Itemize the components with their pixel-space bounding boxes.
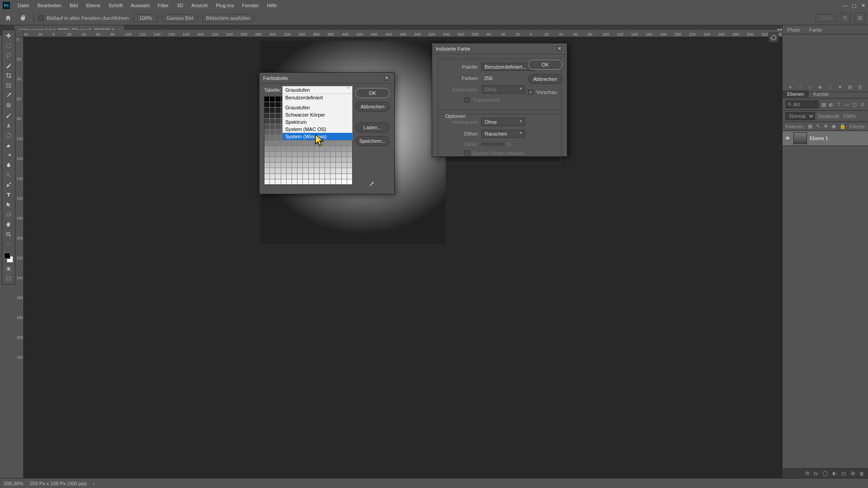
opacity-value[interactable]: 100% (843, 113, 856, 119)
color-swatch[interactable] (281, 179, 286, 184)
indexed-cancel-button[interactable]: Abbrechen (528, 74, 562, 84)
color-swatch[interactable] (309, 163, 314, 168)
color-swatch[interactable] (303, 179, 308, 184)
menu-auswahl[interactable]: Auswahl (127, 3, 154, 8)
tab-channels[interactable]: Kanäle (809, 90, 833, 98)
path-selection-tool-icon[interactable] (3, 200, 14, 209)
color-swatch[interactable] (270, 141, 275, 146)
history-panel-icon[interactable] (769, 33, 778, 42)
color-swatch[interactable] (264, 152, 269, 157)
menu-ansicht[interactable]: Ansicht (187, 3, 212, 8)
color-swatch[interactable] (275, 119, 280, 124)
color-swatch[interactable] (270, 179, 275, 184)
color-swatch[interactable] (314, 174, 319, 179)
color-swatch[interactable] (292, 179, 297, 184)
color-swatch[interactable] (303, 141, 308, 146)
color-swatch[interactable] (336, 157, 341, 162)
color-swatch[interactable] (297, 152, 302, 157)
menu-ebene[interactable]: Ebene (82, 3, 104, 8)
history-brush-tool-icon[interactable] (3, 131, 14, 140)
blend-mode-select[interactable]: Normal (785, 112, 815, 120)
color-swatch[interactable] (336, 174, 341, 179)
color-swatch[interactable] (270, 146, 275, 151)
crop-tool-icon[interactable] (3, 71, 14, 80)
color-swatch[interactable] (270, 119, 275, 124)
color-swatch[interactable] (297, 163, 302, 168)
brush-tool-icon[interactable] (3, 111, 14, 120)
dither-select[interactable]: Rauschen (481, 130, 525, 138)
statusbar-zoom[interactable]: 208,36% (4, 481, 23, 486)
filter-smart-icon[interactable]: ◫ (851, 101, 858, 108)
clone-stamp-tool-icon[interactable] (3, 121, 14, 130)
hand-tool-icon[interactable] (18, 13, 29, 23)
hand-tool-toolbox-icon[interactable] (3, 220, 14, 229)
menu-filter[interactable]: Filter (154, 3, 173, 8)
color-swatch[interactable] (320, 168, 325, 173)
color-swatch[interactable] (281, 152, 286, 157)
move-tool-icon[interactable] (3, 31, 14, 40)
marquee-tool-icon[interactable] (3, 41, 14, 50)
eyedropper-icon[interactable] (368, 181, 374, 188)
color-swatch[interactable] (303, 174, 308, 179)
color-swatch[interactable] (281, 163, 286, 168)
lasso-tool-icon[interactable] (3, 51, 14, 60)
filter-type-icon[interactable]: T (836, 101, 842, 108)
color-swatch[interactable] (336, 168, 341, 173)
eraser-tool-icon[interactable] (3, 141, 14, 150)
color-swatch[interactable] (342, 163, 347, 168)
color-swatch[interactable] (275, 102, 280, 107)
color-swatch[interactable] (303, 168, 308, 173)
menu-datei[interactable]: Datei (14, 3, 33, 8)
palette-select[interactable]: Benutzerdefiniert... (481, 63, 535, 71)
color-swatch[interactable] (342, 152, 347, 157)
menu-bearbeiten[interactable]: Bearbeiten (33, 3, 66, 8)
color-swatch[interactable] (325, 174, 330, 179)
color-swatch[interactable] (336, 152, 341, 157)
color-swatch[interactable] (281, 168, 286, 173)
color-swatch[interactable] (336, 163, 341, 168)
color-swatch[interactable] (336, 141, 341, 146)
color-swatch[interactable] (342, 179, 347, 184)
color-swatch[interactable] (275, 163, 280, 168)
home-button[interactable] (3, 13, 14, 23)
trash-small-icon[interactable]: 🗑 (857, 84, 863, 90)
color-swatch[interactable] (347, 168, 352, 173)
color-swatch[interactable] (281, 174, 286, 179)
frame-tool-icon[interactable] (3, 81, 14, 90)
color-swatch[interactable] (275, 168, 280, 173)
window-maximize-icon[interactable]: ▢ (851, 2, 857, 9)
color-swatch[interactable] (264, 130, 269, 135)
color-swatch[interactable] (287, 146, 292, 151)
type-tool-icon[interactable] (3, 190, 14, 199)
color-swatch[interactable] (270, 108, 275, 113)
color-swatch[interactable] (270, 152, 275, 157)
color-swatch[interactable] (287, 141, 292, 146)
adjustment-layer-icon[interactable]: ◐ (832, 470, 837, 476)
color-swatch[interactable] (320, 146, 325, 151)
color-swatch[interactable] (325, 141, 330, 146)
color-swatch[interactable] (303, 146, 308, 151)
color-table-ok-button[interactable]: OK (355, 88, 390, 98)
window-minimize-icon[interactable]: — (842, 2, 848, 9)
circle-fill-icon[interactable]: ● (787, 84, 793, 90)
color-swatch[interactable] (275, 135, 280, 140)
color-swatch[interactable] (297, 146, 302, 151)
color-swatch[interactable] (281, 157, 286, 162)
color-swatch[interactable] (281, 146, 286, 151)
color-swatch[interactable] (287, 157, 292, 162)
colors-value[interactable]: 256 (481, 75, 504, 82)
color-swatch[interactable] (320, 152, 325, 157)
color-swatch[interactable] (330, 174, 335, 179)
color-swatch[interactable] (264, 102, 269, 107)
color-swatch[interactable] (270, 130, 275, 135)
color-swatch[interactable] (264, 168, 269, 173)
dropdown-option[interactable]: Schwarzer Körper (283, 111, 352, 118)
color-swatch[interactable] (275, 179, 280, 184)
color-swatch[interactable] (303, 152, 308, 157)
quick-mask-icon[interactable] (3, 264, 14, 273)
color-table-save-button[interactable]: Speichern... (355, 136, 390, 146)
lock-position-icon[interactable]: ✥ (824, 123, 828, 129)
color-swatch[interactable] (320, 163, 325, 168)
matte-select[interactable]: Ohne (481, 118, 525, 126)
layer-filter-search[interactable]: Art (785, 100, 819, 108)
